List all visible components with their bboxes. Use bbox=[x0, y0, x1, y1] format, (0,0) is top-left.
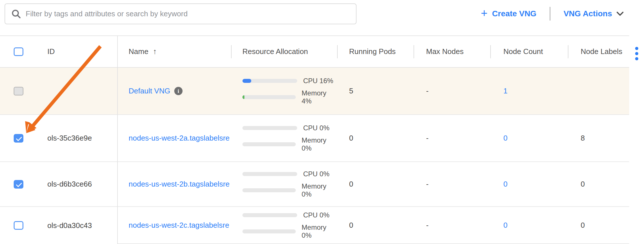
vng-name-link[interactable]: nodes-us-west-2a.tagslabelsre bbox=[129, 134, 230, 143]
vng-name-link[interactable]: Default VNG bbox=[129, 87, 170, 95]
running-pods-value: 0 bbox=[349, 221, 353, 230]
kebab-menu-icon[interactable] bbox=[635, 47, 638, 60]
table-row: Default VNG i CPU 16% Memory 4% 5 - 1 bbox=[0, 68, 644, 115]
top-actions: + Create VNG VNG Actions bbox=[481, 0, 623, 27]
node-count-link[interactable]: 0 bbox=[503, 180, 507, 189]
vng-actions-label: VNG Actions bbox=[564, 9, 612, 18]
vng-name-link[interactable]: nodes-us-west-2b.tagslabelsre bbox=[129, 180, 230, 189]
row-name-cell: nodes-us-west-2b.tagslabelsre bbox=[117, 162, 231, 207]
memory-progress-bar bbox=[242, 229, 296, 233]
create-vng-label: Create VNG bbox=[492, 9, 536, 18]
node-labels-value: 0 bbox=[581, 221, 585, 230]
search-box[interactable] bbox=[5, 3, 357, 24]
vng-id: ols-d6b3ce66 bbox=[47, 180, 92, 189]
cpu-label: CPU 0% bbox=[303, 170, 329, 178]
row-id-cell: ols-35c36e9e bbox=[37, 115, 117, 162]
row-checkbox[interactable] bbox=[14, 134, 23, 143]
node-labels-value: 0 bbox=[581, 180, 585, 189]
cpu-progress-bar bbox=[242, 126, 297, 130]
row-name-cell: nodes-us-west-2c.tagslabelsre bbox=[117, 207, 231, 244]
row-select-cell bbox=[0, 68, 37, 115]
running-pods-value: 0 bbox=[349, 180, 353, 189]
row-node-labels-cell: 8 bbox=[568, 115, 629, 162]
row-max-nodes-cell: - bbox=[414, 162, 490, 207]
create-vng-button[interactable]: + Create VNG bbox=[481, 8, 536, 19]
memory-label: Memory 0% bbox=[302, 136, 337, 152]
sort-ascending-icon[interactable]: ↑ bbox=[153, 47, 157, 56]
column-header-node-count[interactable]: Node Count bbox=[490, 35, 568, 68]
chevron-down-icon bbox=[617, 12, 623, 16]
toolbar: + Create VNG VNG Actions bbox=[0, 0, 644, 35]
max-nodes-value: - bbox=[426, 87, 429, 95]
running-pods-value: 5 bbox=[349, 87, 353, 95]
memory-progress-bar bbox=[242, 188, 296, 192]
row-checkbox[interactable] bbox=[14, 221, 23, 230]
row-checkbox[interactable] bbox=[14, 87, 23, 95]
memory-label: Memory 4% bbox=[302, 89, 337, 105]
max-nodes-value: - bbox=[426, 221, 429, 230]
column-header-node-labels[interactable]: Node Labels bbox=[568, 35, 629, 68]
memory-progress-bar bbox=[242, 95, 296, 99]
select-all-checkbox[interactable] bbox=[14, 47, 23, 56]
column-header-resource-allocation[interactable]: Resource Allocation bbox=[231, 35, 337, 68]
row-node-count-cell: 1 bbox=[490, 68, 568, 115]
vng-actions-button[interactable]: VNG Actions bbox=[564, 9, 623, 18]
column-header-max-nodes[interactable]: Max Nodes bbox=[414, 35, 490, 68]
row-kebab-spacer bbox=[629, 68, 644, 115]
row-max-nodes-cell: - bbox=[414, 115, 490, 162]
search-icon bbox=[11, 9, 21, 19]
column-header-running-pods[interactable]: Running Pods bbox=[337, 35, 414, 68]
select-all-cell bbox=[0, 35, 37, 68]
cpu-progress-bar bbox=[242, 79, 297, 83]
row-node-labels-cell: 0 bbox=[568, 207, 629, 244]
row-node-labels-cell bbox=[568, 68, 629, 115]
vng-id: ols-35c36e9e bbox=[47, 134, 92, 143]
search-input[interactable] bbox=[26, 9, 356, 18]
row-select-cell bbox=[0, 207, 37, 244]
table-header-row: ID Name ↑ Resource Allocation Running Po… bbox=[0, 35, 644, 68]
column-options-cell bbox=[629, 35, 644, 68]
memory-progress-bar bbox=[242, 142, 296, 146]
toolbar-divider bbox=[550, 7, 550, 21]
max-nodes-value: - bbox=[426, 180, 429, 189]
row-resource-cell: CPU 0% Memory 0% bbox=[231, 207, 337, 244]
row-id-cell bbox=[37, 68, 117, 115]
cpu-label: CPU 0% bbox=[303, 124, 329, 132]
table-row: ols-d0a30c43 nodes-us-west-2c.tagslabels… bbox=[0, 207, 644, 244]
row-running-pods-cell: 0 bbox=[337, 162, 414, 207]
cpu-label: CPU 16% bbox=[303, 77, 333, 85]
row-select-cell bbox=[0, 115, 37, 162]
row-kebab-spacer bbox=[629, 162, 644, 207]
column-header-id[interactable]: ID bbox=[37, 35, 117, 68]
running-pods-value: 0 bbox=[349, 134, 353, 143]
node-count-link[interactable]: 0 bbox=[503, 134, 507, 143]
max-nodes-value: - bbox=[426, 134, 429, 143]
row-kebab-spacer bbox=[629, 115, 644, 162]
row-name-cell: nodes-us-west-2a.tagslabelsre bbox=[117, 115, 231, 162]
cpu-progress-bar bbox=[242, 213, 297, 217]
row-running-pods-cell: 5 bbox=[337, 68, 414, 115]
row-node-count-cell: 0 bbox=[490, 162, 568, 207]
row-max-nodes-cell: - bbox=[414, 68, 490, 115]
vng-table: ID Name ↑ Resource Allocation Running Po… bbox=[0, 35, 644, 244]
row-max-nodes-cell: - bbox=[414, 207, 490, 244]
table-row: ols-d6b3ce66 nodes-us-west-2b.tagslabels… bbox=[0, 162, 644, 207]
row-id-cell: ols-d6b3ce66 bbox=[37, 162, 117, 207]
table-body: Default VNG i CPU 16% Memory 4% 5 - 1 bbox=[0, 68, 644, 244]
node-count-link[interactable]: 0 bbox=[503, 221, 507, 230]
table-row: ols-35c36e9e nodes-us-west-2a.tagslabels… bbox=[0, 115, 644, 162]
row-node-count-cell: 0 bbox=[490, 207, 568, 244]
row-resource-cell: CPU 16% Memory 4% bbox=[231, 68, 337, 115]
row-select-cell bbox=[0, 162, 37, 207]
info-icon[interactable]: i bbox=[174, 87, 183, 95]
node-count-link[interactable]: 1 bbox=[503, 87, 507, 95]
row-node-labels-cell: 0 bbox=[568, 162, 629, 207]
row-kebab-spacer bbox=[629, 207, 644, 244]
memory-label: Memory 0% bbox=[302, 182, 337, 198]
row-checkbox[interactable] bbox=[14, 180, 23, 189]
row-running-pods-cell: 0 bbox=[337, 115, 414, 162]
row-running-pods-cell: 0 bbox=[337, 207, 414, 244]
plus-icon: + bbox=[481, 7, 487, 19]
vng-name-link[interactable]: nodes-us-west-2c.tagslabelsre bbox=[129, 221, 229, 230]
column-header-name[interactable]: Name ↑ bbox=[117, 35, 231, 68]
